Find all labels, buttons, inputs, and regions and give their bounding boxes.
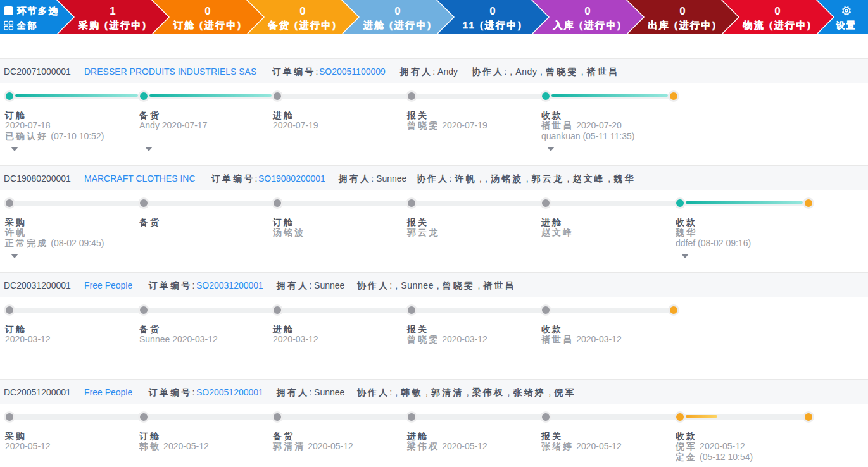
svg-text:备货 (进行中): 备货 (进行中) — [267, 20, 337, 31]
svg-text:进舱 (进行中): 进舱 (进行中) — [362, 20, 432, 30]
svg-text:0: 0 — [679, 5, 685, 17]
svg-text:0: 0 — [204, 5, 210, 17]
svg-text:1: 1 — [110, 5, 115, 17]
svg-text:0: 0 — [489, 5, 495, 17]
svg-text:订舱 (进行中): 订舱 (进行中) — [173, 20, 242, 30]
svg-text:0: 0 — [299, 5, 305, 17]
svg-text:11 (进行中): 11 (进行中) — [462, 20, 522, 30]
svg-text:入库 (进行中): 入库 (进行中) — [552, 20, 622, 30]
svg-text:出库 (进行中): 出库 (进行中) — [648, 20, 717, 30]
svg-text:采购 (进行中): 采购 (进行中) — [77, 20, 147, 30]
svg-text:物流 (进行中): 物流 (进行中) — [742, 20, 812, 30]
svg-text:0: 0 — [584, 5, 590, 17]
svg-text:全部: 全部 — [16, 20, 38, 30]
svg-text:0: 0 — [394, 5, 400, 17]
svg-text:设置: 设置 — [836, 20, 857, 30]
svg-text:0: 0 — [774, 5, 780, 17]
svg-text:环节多选: 环节多选 — [16, 6, 59, 16]
